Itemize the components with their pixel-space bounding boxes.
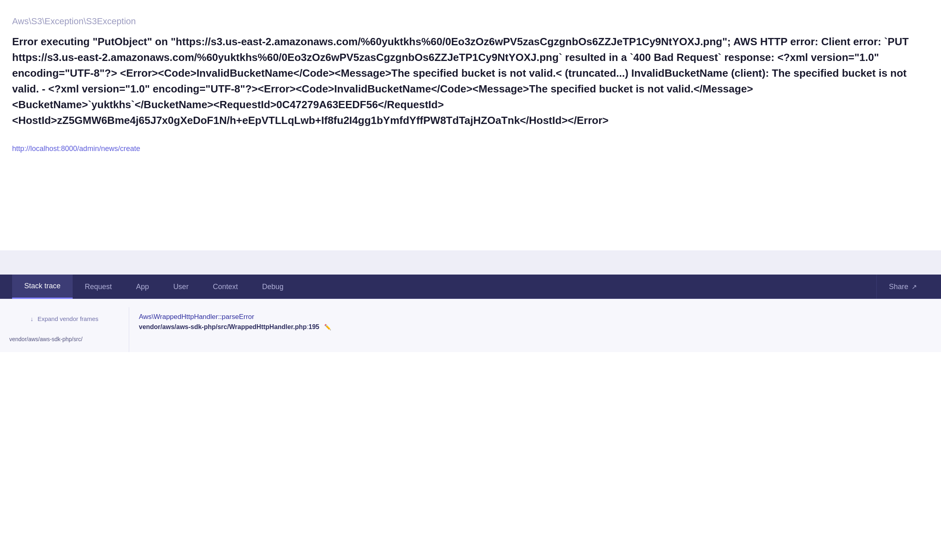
frame-line: 195: [308, 323, 319, 330]
frame-class: Aws\WrappedHttpHandler::parseError: [139, 313, 931, 321]
stack-trace-container: ↓ Expand vendor frames vendor/aws/aws-sd…: [0, 307, 941, 352]
stack-frames-panel: ↓ Expand vendor frames vendor/aws/aws-sd…: [0, 307, 129, 352]
share-icon: ↗: [912, 283, 917, 291]
tab-share-label: Share: [889, 283, 908, 291]
tab-share[interactable]: Share ↗: [876, 275, 929, 299]
down-arrow-icon: ↓: [30, 315, 34, 322]
separator: [0, 250, 941, 275]
tab-stack-trace[interactable]: Stack trace: [12, 275, 73, 299]
tab-user[interactable]: User: [161, 275, 201, 299]
expand-vendor-label: Expand vendor frames: [38, 315, 99, 322]
tab-debug[interactable]: Debug: [250, 275, 296, 299]
tab-context[interactable]: Context: [201, 275, 250, 299]
error-main-content: Aws\S3\Exception\S3Exception Error execu…: [0, 0, 941, 250]
bottom-section: ↓ Expand vendor frames vendor/aws/aws-sd…: [0, 299, 941, 352]
error-message: Error executing "PutObject" on "https://…: [12, 34, 929, 128]
frame-item[interactable]: vendor/aws/aws-sdk-php/src/: [0, 330, 129, 348]
tab-app[interactable]: App: [124, 275, 161, 299]
tabs-bar: Stack trace Request App User Context Deb…: [0, 275, 941, 299]
exception-class: Aws\S3\Exception\S3Exception: [12, 16, 929, 27]
frame-file-name: WrappedHttpHandler.php: [229, 323, 307, 330]
expand-vendor-frames-button[interactable]: ↓ Expand vendor frames: [0, 311, 129, 326]
edit-icon[interactable]: ✏️: [324, 324, 331, 330]
frame-file-path: vendor/aws/aws-sdk-php/src/: [139, 323, 229, 330]
error-url[interactable]: http://localhost:8000/admin/news/create: [12, 145, 140, 153]
frame-detail-panel: Aws\WrappedHttpHandler::parseError vendo…: [129, 307, 941, 352]
frame-file: vendor/aws/aws-sdk-php/src/WrappedHttpHa…: [139, 323, 931, 331]
tab-request[interactable]: Request: [73, 275, 124, 299]
